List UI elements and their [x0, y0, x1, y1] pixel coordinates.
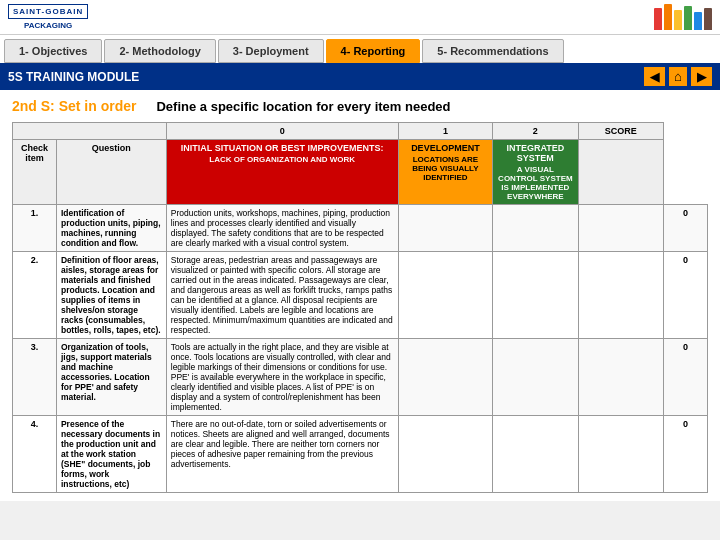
col2-label: INTEGRATED SYSTEM [497, 143, 573, 163]
tab-deployment[interactable]: 3- Deployment [218, 39, 324, 63]
col1-sub: LOCATIONS ARE BEING VISUALLY IDENTIFIED [403, 155, 489, 182]
row-num-3: 3. [13, 339, 57, 416]
header: SAINT-GOBAIN PACKAGING [0, 0, 720, 35]
logo-line2: PACKAGING [24, 21, 72, 30]
check-item-2: Definition of floor areas, aisles, stora… [56, 252, 166, 339]
check-header [13, 123, 167, 140]
logo-area: SAINT-GOBAIN PACKAGING [8, 4, 88, 30]
rating-col1-row2 [493, 252, 578, 339]
col0-sub: LACK OF ORGANIZATION AND WORK [171, 155, 394, 164]
tab-methodology[interactable]: 2- Methodology [104, 39, 215, 63]
col0-label: INITIAL SITUATION OR BEST IMPROVEMENTS: [171, 143, 394, 153]
section-subtitle: Define a specific location for every ite… [156, 99, 450, 114]
rating-col0-row1 [398, 205, 493, 252]
col2-sub: A VISUAL CONTROL SYSTEM IS IMPLEMENTED E… [497, 165, 573, 201]
section-label: 2nd S: Set in order [12, 98, 136, 114]
nav-arrows: ◀ ⌂ ▶ [644, 67, 712, 86]
col2-num: 2 [493, 123, 578, 140]
rating-col0-row3 [398, 339, 493, 416]
table-row: 4.Presence of the necessary documents in… [13, 416, 708, 493]
section-header: 5S TRAINING MODULE ◀ ⌂ ▶ [0, 63, 720, 90]
question-4: There are no out-of-date, torn or soiled… [166, 416, 398, 493]
row-num-4: 4. [13, 416, 57, 493]
rating-col2-row4 [578, 416, 663, 493]
col2-header: INTEGRATED SYSTEM A VISUAL CONTROL SYSTE… [493, 140, 578, 205]
table-row: 3.Organization of tools, jigs, support m… [13, 339, 708, 416]
row-num-2: 2. [13, 252, 57, 339]
col0-num: 0 [166, 123, 398, 140]
score-table: 0 1 2 SCORE Check item Question INITIAL … [12, 122, 708, 493]
col1-label: DEVELOPMENT [403, 143, 489, 153]
rating-col2-row2 [578, 252, 663, 339]
question-header: Question [56, 140, 166, 205]
rating-col1-row4 [493, 416, 578, 493]
score-3: 0 [663, 339, 707, 416]
score-2: 0 [663, 252, 707, 339]
table-row: 1.Identification of production units, pi… [13, 205, 708, 252]
rating-col0-row4 [398, 416, 493, 493]
home-button[interactable]: ⌂ [669, 67, 687, 86]
check-item-1: Identification of production units, pipi… [56, 205, 166, 252]
col1-header: DEVELOPMENT LOCATIONS ARE BEING VISUALLY… [398, 140, 493, 205]
tab-recommendations[interactable]: 5- Recommendations [422, 39, 563, 63]
score-header: SCORE [578, 123, 663, 140]
score-4: 0 [663, 416, 707, 493]
rating-col2-row3 [578, 339, 663, 416]
next-button[interactable]: ▶ [691, 67, 712, 86]
check-item-4: Presence of the necessary documents in t… [56, 416, 166, 493]
col0-header: INITIAL SITUATION OR BEST IMPROVEMENTS: … [166, 140, 398, 205]
rating-col1-row1 [493, 205, 578, 252]
rating-col0-row2 [398, 252, 493, 339]
tab-reporting[interactable]: 4- Reporting [326, 39, 421, 63]
prev-button[interactable]: ◀ [644, 67, 665, 86]
tab-objectives[interactable]: 1- Objectives [4, 39, 102, 63]
section-title: 5S TRAINING MODULE [8, 70, 139, 84]
rating-col1-row3 [493, 339, 578, 416]
table-row: 2.Definition of floor areas, aisles, sto… [13, 252, 708, 339]
logo-line1: SAINT-GOBAIN [13, 7, 83, 16]
col1-num: 1 [398, 123, 493, 140]
paint-cans-decoration [654, 4, 712, 30]
question-1: Production units, workshops, machines, p… [166, 205, 398, 252]
main-content: 2nd S: Set in order Define a specific lo… [0, 90, 720, 501]
question-2: Storage areas, pedestrian areas and pass… [166, 252, 398, 339]
row-num-1: 1. [13, 205, 57, 252]
question-3: Tools are actually in the right place, a… [166, 339, 398, 416]
nav-tabs: 1- Objectives 2- Methodology 3- Deployme… [0, 35, 720, 63]
check-item-3: Organization of tools, jigs, support mat… [56, 339, 166, 416]
check-item-header: Check item [13, 140, 57, 205]
page-title-row: 2nd S: Set in order Define a specific lo… [12, 98, 708, 114]
score-header2 [578, 140, 663, 205]
score-1: 0 [663, 205, 707, 252]
rating-col2-row1 [578, 205, 663, 252]
